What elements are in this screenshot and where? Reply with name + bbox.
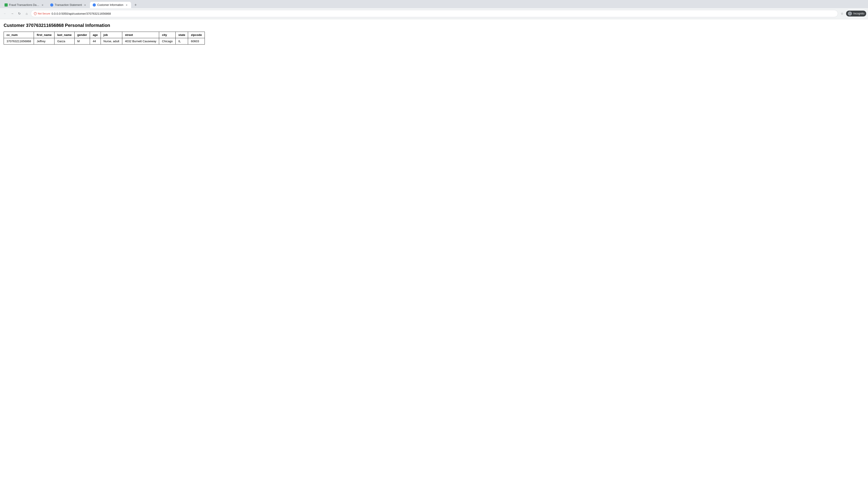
browser-chrome: Fraud Transactions Dashboard ✕ Transacti… xyxy=(0,0,868,19)
incognito-avatar: I xyxy=(850,12,850,15)
url-bar[interactable]: Not Secure 0.0.0.0:5050/api/customer/370… xyxy=(31,10,838,17)
tab-bar: Fraud Transactions Dashboard ✕ Transacti… xyxy=(0,0,868,8)
tab-customer-information[interactable]: Customer Information ✕ xyxy=(90,2,131,8)
tab-transaction-close[interactable]: ✕ xyxy=(83,3,87,7)
col-header-city: city xyxy=(159,32,176,38)
cell-last-name: Garza xyxy=(55,38,74,44)
col-header-job: job xyxy=(101,32,122,38)
col-header-cc-num: cc_num xyxy=(4,32,34,38)
security-warning: Not Secure xyxy=(34,12,50,15)
back-icon: ← xyxy=(3,12,6,15)
table-row: 370763211656868 Jeffrey Garza M 44 Nurse… xyxy=(4,38,205,44)
cell-cc-num: 370763211656868 xyxy=(4,38,34,44)
incognito-profile[interactable]: I Incognito xyxy=(846,11,866,17)
home-button[interactable]: ⌂ xyxy=(24,10,30,17)
reload-button[interactable]: ↻ xyxy=(16,10,23,17)
tab-transaction-favicon xyxy=(50,3,53,6)
tab-transaction-statement[interactable]: Transaction Statement ✕ xyxy=(48,2,90,8)
cell-state: IL xyxy=(176,38,188,44)
tab-fraud-close[interactable]: ✕ xyxy=(41,3,44,7)
address-bar: ← → ↻ ⌂ Not Secure 0.0.0.0:5050/api/cust… xyxy=(0,8,868,19)
col-header-gender: gender xyxy=(74,32,90,38)
cell-first-name: Jeffrey xyxy=(34,38,55,44)
tab-customer-favicon xyxy=(93,3,96,6)
col-header-first-name: first_name xyxy=(34,32,55,38)
col-header-street: street xyxy=(122,32,159,38)
forward-button[interactable]: → xyxy=(9,10,16,17)
new-tab-button[interactable]: + xyxy=(132,2,139,8)
tab-fraud-label: Fraud Transactions Dashboard xyxy=(9,3,39,6)
incognito-icon: I xyxy=(848,11,852,15)
reload-icon: ↻ xyxy=(18,12,21,15)
col-header-last-name: last_name xyxy=(55,32,74,38)
back-button[interactable]: ← xyxy=(2,10,8,17)
cell-age: 44 xyxy=(90,38,101,44)
cell-job: Nurse, adult xyxy=(101,38,122,44)
tab-fraud-dashboard[interactable]: Fraud Transactions Dashboard ✕ xyxy=(2,2,47,8)
url-text: 0.0.0.0:5050/api/customer/37076321165686… xyxy=(52,12,835,15)
cell-street: 4032 Burnett Causeway xyxy=(122,38,159,44)
col-header-zipcode: zipcode xyxy=(188,32,205,38)
page-title: Customer 370763211656868 Personal Inform… xyxy=(4,23,864,28)
col-header-state: state xyxy=(176,32,188,38)
col-header-age: age xyxy=(90,32,101,38)
table-header-row: cc_num first_name last_name gender age j… xyxy=(4,32,205,38)
cell-gender: M xyxy=(74,38,90,44)
cell-city: Chicago xyxy=(159,38,176,44)
incognito-label: Incognito xyxy=(853,12,864,15)
tab-fraud-favicon xyxy=(4,3,8,6)
bookmark-button[interactable]: ☆ xyxy=(839,10,845,17)
not-secure-text: Not Secure xyxy=(38,12,50,15)
bookmark-icon: ☆ xyxy=(841,12,844,15)
forward-icon: → xyxy=(11,12,14,15)
customer-info-table: cc_num first_name last_name gender age j… xyxy=(4,32,205,44)
cell-zipcode: 60603 xyxy=(188,38,205,44)
home-icon: ⌂ xyxy=(26,12,28,15)
page-content: Customer 370763211656868 Personal Inform… xyxy=(0,19,868,488)
tab-customer-close[interactable]: ✕ xyxy=(125,3,128,7)
tab-transaction-label: Transaction Statement xyxy=(55,3,82,6)
tab-customer-label: Customer Information xyxy=(97,3,123,6)
